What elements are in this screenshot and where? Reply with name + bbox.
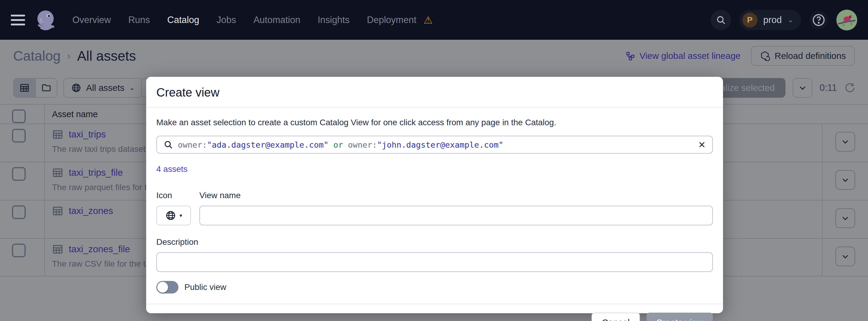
globe-icon bbox=[165, 210, 176, 221]
nav-item-insights[interactable]: Insights bbox=[318, 14, 350, 25]
asset-selection-query: owner:"ada.dagster@example.com" or owner… bbox=[178, 140, 693, 150]
icon-field: Icon ▾ bbox=[156, 191, 191, 225]
clear-selection-button[interactable]: ✕ bbox=[698, 139, 706, 150]
dagster-logo[interactable] bbox=[34, 8, 58, 32]
nav-item-automation[interactable]: Automation bbox=[253, 14, 300, 25]
user-avatar[interactable] bbox=[836, 9, 857, 31]
nav-item-overview[interactable]: Overview bbox=[72, 14, 111, 25]
nav-item-catalog[interactable]: Catalog bbox=[167, 14, 199, 25]
help-icon bbox=[811, 13, 826, 27]
dialog-title: Create view bbox=[156, 86, 713, 99]
search-button[interactable] bbox=[711, 10, 731, 30]
description-input[interactable] bbox=[156, 252, 713, 272]
public-view-label: Public view bbox=[184, 283, 226, 292]
main-nav: Overview Runs Catalog Jobs Automation In… bbox=[72, 14, 433, 26]
menu-icon[interactable] bbox=[11, 14, 25, 25]
top-nav: Overview Runs Catalog Jobs Automation In… bbox=[0, 0, 868, 40]
asset-selection-input[interactable]: owner:"ada.dagster@example.com" or owner… bbox=[156, 136, 713, 154]
view-name-input[interactable] bbox=[199, 205, 713, 225]
env-avatar: P bbox=[742, 12, 757, 28]
search-icon bbox=[716, 15, 726, 25]
public-view-toggle[interactable] bbox=[156, 281, 179, 293]
deployment-warning-icon[interactable]: ⚠ bbox=[424, 14, 433, 26]
nav-item-deployment[interactable]: Deployment bbox=[367, 14, 416, 25]
create-view-button[interactable]: Create view bbox=[647, 313, 713, 321]
assets-count-link[interactable]: 4 assets bbox=[156, 164, 187, 174]
search-icon bbox=[163, 140, 173, 150]
nav-item-jobs[interactable]: Jobs bbox=[216, 14, 236, 25]
dialog-description: Make an asset selection to create a cust… bbox=[156, 118, 713, 127]
help-button[interactable] bbox=[809, 11, 828, 29]
caret-down-icon: ▾ bbox=[180, 213, 182, 219]
nav-item-runs[interactable]: Runs bbox=[128, 14, 150, 25]
create-view-dialog: Create view Make an asset selection to c… bbox=[146, 77, 723, 313]
chevron-down-icon: ⌄ bbox=[788, 16, 793, 24]
icon-picker-dropdown[interactable]: ▾ bbox=[156, 205, 191, 225]
deployment-switcher[interactable]: P prod ⌄ bbox=[740, 10, 801, 30]
view-name-field: View name bbox=[199, 191, 713, 225]
toggle-knob bbox=[157, 282, 168, 293]
description-label: Description bbox=[156, 237, 713, 247]
description-field: Description bbox=[156, 237, 713, 272]
icon-field-label: Icon bbox=[156, 191, 191, 200]
cancel-button[interactable]: Cancel bbox=[591, 313, 640, 321]
view-name-label: View name bbox=[199, 191, 713, 200]
env-name: prod bbox=[764, 14, 782, 25]
